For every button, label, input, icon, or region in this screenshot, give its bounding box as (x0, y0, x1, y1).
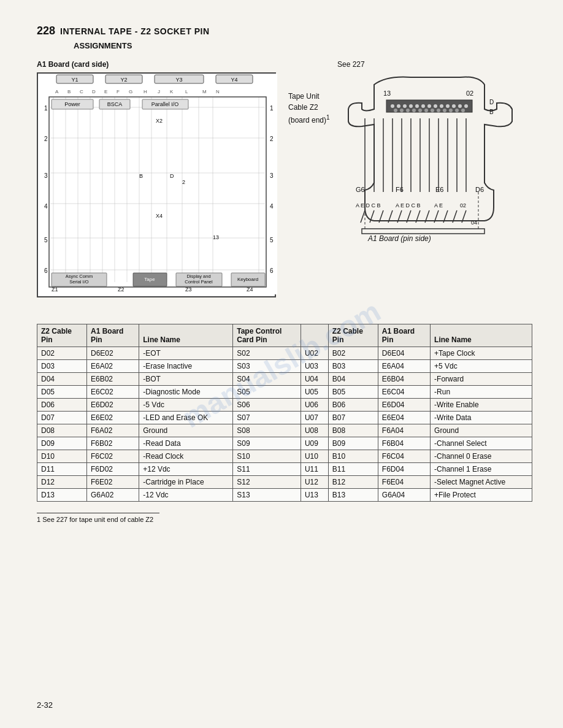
svg-text:D: D (92, 89, 96, 94)
svg-text:A: A (55, 89, 59, 94)
svg-point-90 (427, 104, 431, 108)
cell-left-card: S09 (233, 437, 301, 450)
cell-left-card: S03 (233, 360, 301, 373)
cell-left-ucard: U02 (301, 347, 328, 360)
cell-right-line: -Write Enable (431, 399, 532, 412)
svg-text:M: M (202, 89, 207, 94)
cell-left-pin: D13 (37, 489, 87, 502)
header-a1-board-pin-left: A1 BoardPin (86, 324, 139, 347)
cell-left-ucard: U03 (301, 360, 328, 373)
cell-left-ucard: U06 (301, 399, 328, 412)
cell-left-pin: D06 (37, 399, 87, 412)
cell-left-ucard: U11 (301, 463, 328, 476)
svg-point-105 (443, 109, 446, 112)
cell-right-line: +5 Vdc (431, 360, 532, 373)
cell-right-board: E6D04 (378, 399, 430, 412)
cell-left-line: -Read Clock (139, 450, 233, 463)
svg-point-107 (455, 109, 459, 112)
svg-text:X4: X4 (156, 213, 163, 219)
cell-left-board: F6D02 (86, 463, 139, 476)
table-row: D12 F6E02 -Cartridge in Place S12 U12 B1… (37, 476, 532, 489)
svg-text:D: D (170, 173, 174, 179)
cell-right-board: F6D04 (378, 463, 430, 476)
svg-point-94 (452, 104, 456, 108)
cell-left-pin: D08 (37, 424, 87, 437)
table-row: D07 E6E02 -LED and Erase OK S07 U07 B07 … (37, 412, 532, 424)
svg-text:A E D C B: A E D C B (356, 202, 381, 209)
svg-line-131 (361, 210, 365, 223)
page-title: INTERNAL TAPE - Z2 SOCKET PIN (60, 26, 209, 36)
cell-left-pin: D11 (37, 463, 87, 476)
cable-diagram-svg: 13 02 (337, 72, 515, 305)
cell-left-card: S05 (233, 386, 301, 399)
data-table-wrapper: Z2 CablePin A1 BoardPin Line Name Tape C… (37, 324, 532, 502)
cell-left-board: E6B02 (86, 373, 139, 386)
svg-text:BSCA: BSCA (107, 101, 123, 107)
cell-right-pin: B05 (328, 386, 378, 399)
svg-text:2: 2 (270, 136, 274, 142)
svg-text:04: 04 (471, 220, 477, 226)
header-z2-cable-pin-right: Z2 CablePin (328, 324, 378, 347)
cell-left-line: Ground (139, 424, 233, 437)
cell-left-card: S04 (233, 373, 301, 386)
table-row: D10 F6C02 -Read Clock S10 U10 B10 F6C04 … (37, 450, 532, 463)
svg-text:Tape: Tape (144, 277, 155, 282)
svg-point-96 (464, 104, 468, 108)
cell-left-card: S10 (233, 450, 301, 463)
cell-left-line: -EOT (139, 347, 233, 360)
svg-text:Keyboard: Keyboard (237, 277, 258, 282)
svg-point-97 (394, 109, 397, 112)
cell-right-board: E6C04 (378, 386, 430, 399)
cell-left-pin: D02 (37, 347, 87, 360)
cell-left-board: E6A02 (86, 360, 139, 373)
svg-text:6: 6 (44, 267, 48, 274)
cell-right-line: -Select Magnet Active (431, 476, 532, 489)
cell-left-board: E6E02 (86, 412, 139, 424)
svg-point-85 (397, 104, 400, 108)
cell-left-pin: D05 (37, 386, 87, 399)
svg-text:Y2: Y2 (120, 77, 127, 83)
svg-text:G6: G6 (356, 186, 365, 193)
cell-right-board: D6E04 (378, 347, 430, 360)
table-row: D05 E6C02 -Diagnostic Mode S05 U05 B05 E… (37, 386, 532, 399)
svg-text:A E D C B: A E D C B (396, 202, 421, 209)
cell-right-line: -Channel 0 Erase (431, 450, 532, 463)
table-row: D13 G6A02 -12 Vdc S13 U13 B13 G6A04 +Fil… (37, 489, 532, 502)
svg-point-92 (440, 104, 443, 108)
svg-text:2: 2 (44, 136, 48, 142)
cell-right-board: E6B04 (378, 373, 430, 386)
cell-right-pin: B02 (328, 347, 378, 360)
svg-point-95 (458, 104, 462, 108)
see-ref: See 227 (337, 60, 383, 69)
cell-left-pin: D09 (37, 437, 87, 450)
footnote: 1 See 227 for tape unit end of cable Z2 (37, 513, 159, 523)
svg-point-89 (421, 104, 425, 108)
svg-text:Async Comm: Async Comm (66, 274, 93, 279)
cell-right-line: -Channel 1 Erase (431, 463, 532, 476)
cell-left-card: S11 (233, 463, 301, 476)
cell-left-pin: D04 (37, 373, 87, 386)
svg-text:K: K (170, 89, 174, 94)
board-diagram-svg: Y1 Y2 Y3 Y4 1 2 3 4 5 6 1 2 (38, 74, 277, 294)
page-number: 228 (37, 25, 55, 37)
svg-text:F: F (117, 89, 120, 94)
cell-left-line: -Erase Inactive (139, 360, 233, 373)
cell-right-board: E6E04 (378, 412, 430, 424)
svg-text:Y3: Y3 (175, 77, 182, 83)
svg-point-103 (431, 109, 434, 112)
svg-text:Y4: Y4 (231, 77, 237, 83)
cell-right-line: -Run (431, 386, 532, 399)
cell-right-pin: B12 (328, 476, 378, 489)
cell-left-pin: D10 (37, 450, 87, 463)
svg-text:H: H (144, 89, 147, 94)
svg-text:Serial I/O: Serial I/O (69, 279, 88, 285)
header-a1-board-pin-right: A1 BoardPin (378, 324, 430, 347)
svg-text:4: 4 (270, 203, 274, 210)
cell-left-board: D6E02 (86, 347, 139, 360)
cell-left-board: E6D02 (86, 399, 139, 412)
table-row: D04 E6B02 -BOT S04 U04 B04 E6B04 -Forwar… (37, 373, 532, 386)
svg-text:4: 4 (44, 203, 48, 210)
cell-left-ucard: U07 (301, 412, 328, 424)
svg-text:B: B (67, 89, 71, 94)
header-tape-control-card-pin: Tape ControlCard Pin (233, 324, 301, 347)
